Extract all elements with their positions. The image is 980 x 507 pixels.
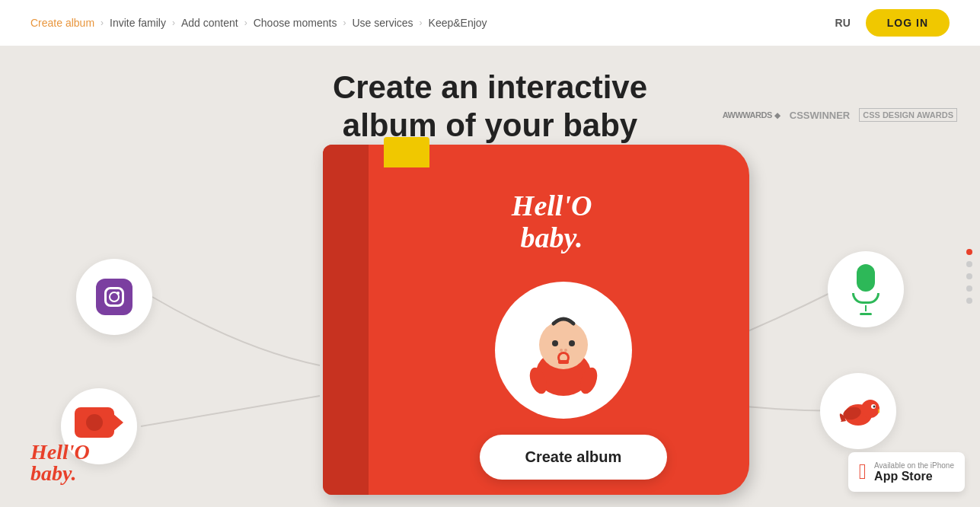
svg-rect-8 — [558, 360, 569, 364]
dot-3[interactable] — [966, 273, 972, 279]
hello-baby-logo: Hell'O baby. — [30, 442, 90, 484]
award-awwwards: AWWWARDS ◆ — [723, 110, 780, 120]
dot-5[interactable] — [966, 298, 972, 304]
header: Create album › Invite family › Add conte… — [0, 0, 980, 46]
hero-section: Create an interactive album of your baby — [333, 69, 647, 145]
appstore-icon:  — [859, 460, 867, 484]
appstore-name-label: App Store — [874, 470, 954, 483]
dot-4[interactable] — [966, 285, 972, 292]
nav-step-choose-moments[interactable]: Choose moments — [254, 17, 337, 29]
instagram-icon-circle[interactable] — [76, 259, 152, 335]
dot-1[interactable] — [966, 249, 972, 255]
nav-step-create-album[interactable]: Create album — [30, 17, 94, 29]
login-button[interactable]: LOG IN — [866, 9, 950, 37]
mic-base — [865, 305, 867, 311]
chevron-icon-2: › — [172, 18, 175, 28]
svg-point-5 — [564, 349, 567, 352]
mic-stand — [852, 293, 879, 304]
svg-point-3 — [569, 340, 575, 346]
microphone-icon — [852, 264, 879, 315]
svg-point-14 — [873, 406, 876, 408]
nav-step-add-content[interactable]: Add content — [181, 17, 238, 29]
appstore-available-label: Available on the iPhone — [874, 461, 954, 470]
appstore-text: Available on the iPhone App Store — [874, 461, 954, 483]
award-cssdesign: CSS DESIGN AWARDS — [859, 108, 957, 122]
hero-title: Create an interactive album of your baby — [333, 69, 647, 145]
microphone-icon-circle[interactable] — [828, 251, 904, 327]
mic-foot — [860, 313, 872, 315]
appstore-badge[interactable]:  Available on the iPhone App Store — [848, 452, 965, 492]
header-right: RU LOG IN — [835, 9, 950, 37]
nav-step-use-services[interactable]: Use services — [352, 17, 413, 29]
book-container: Hell'O baby. — [285, 145, 742, 507]
cam-body — [75, 407, 114, 438]
svg-point-4 — [560, 349, 563, 352]
bird-icon — [837, 394, 879, 429]
svg-point-12 — [861, 400, 879, 418]
album-book: Hell'O baby. — [323, 145, 749, 495]
awards-section: AWWWARDS ◆ CSSWINNER CSS DESIGN AWARDS — [723, 108, 957, 122]
chevron-icon-4: › — [343, 18, 346, 28]
svg-marker-15 — [878, 409, 879, 413]
mic-body — [857, 264, 875, 292]
baby-illustration — [514, 301, 613, 400]
nav-step-keep-enjoy[interactable]: Keep&Enjoy — [429, 17, 487, 29]
instagram-inner — [104, 287, 124, 307]
award-csswinner: CSSWINNER — [790, 110, 850, 121]
chevron-icon-5: › — [420, 18, 423, 28]
logo-text: Hell'O baby. — [30, 442, 90, 484]
language-button[interactable]: RU — [835, 17, 851, 29]
baby-circle — [495, 282, 632, 419]
nav-steps: Create album › Invite family › Add conte… — [30, 17, 835, 29]
create-album-button[interactable]: Create album — [479, 435, 667, 480]
chevron-icon-1: › — [101, 18, 104, 28]
nav-step-invite-family[interactable]: Invite family — [110, 17, 166, 29]
bird-icon-circle[interactable] — [820, 373, 896, 449]
cam-lens — [86, 414, 103, 431]
book-brand-text: Hell'O baby. — [512, 190, 592, 254]
svg-point-2 — [552, 340, 558, 346]
instagram-icon — [96, 279, 132, 315]
dots-navigation — [966, 249, 972, 304]
book-spine — [323, 145, 369, 495]
dot-2[interactable] — [966, 261, 972, 267]
chevron-icon-3: › — [244, 18, 247, 28]
main-content: Create an interactive album of your baby… — [0, 46, 980, 507]
